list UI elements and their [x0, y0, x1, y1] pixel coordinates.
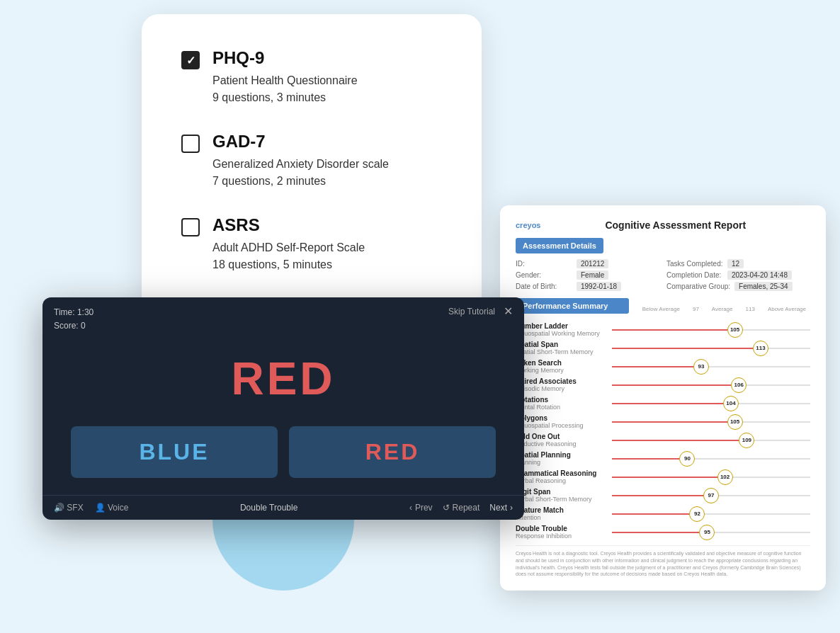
game-button-blue[interactable]: BLUE — [71, 426, 278, 478]
perf-row: Digit Span Verbal Short-Term Memory 97 — [516, 488, 810, 503]
scale-97: 97 — [693, 306, 699, 312]
questionnaire-item-phq9[interactable]: PHQ-9 Patient Health Questionnaire 9 que… — [181, 48, 442, 106]
game-word: RED — [231, 353, 335, 404]
asrs-desc2: 18 questions, 5 minutes — [212, 256, 365, 273]
sfx-control[interactable]: 🔊 SFX — [54, 503, 84, 513]
perf-row: Rotations Mental Rotation 104 — [516, 396, 810, 411]
asrs-title: ASRS — [212, 215, 365, 235]
perf-row: Token Search Working Memory 93 — [516, 359, 810, 374]
performance-summary-bar: Performance Summary — [516, 298, 629, 314]
perf-row: Odd One Out Deductive Reasoning 109 — [516, 433, 810, 447]
perf-bar-container: 113 — [612, 343, 810, 353]
perf-task-sub: Verbal Short-Term Memory — [516, 496, 608, 503]
skip-tutorial-button[interactable]: Skip Tutorial — [448, 307, 495, 316]
perf-score-bubble: 92 — [689, 506, 705, 522]
perf-row: Number Ladder Visuospatial Working Memor… — [516, 322, 810, 337]
perf-task-sub: Spatial Short-Term Memory — [516, 348, 608, 355]
game-buttons: BLUE RED — [42, 426, 524, 495]
assessment-details-bar: Assessment Details — [516, 238, 603, 253]
perf-task-sub: Visuospatial Working Memory — [516, 330, 608, 337]
perf-task-name: Digit Span — [516, 488, 608, 496]
questionnaire-item-gad7[interactable]: GAD-7 Generalized Anxiety Disorder scale… — [181, 132, 442, 190]
game-bottombar: 🔊 SFX 👤 Voice Double Trouble ‹ Prev ↺ Re… — [42, 495, 524, 520]
perf-task-name: Paired Associates — [516, 377, 608, 385]
perf-task-sub: Episodic Memory — [516, 385, 608, 392]
detail-value-gender: Female — [577, 270, 608, 280]
perf-score-bubble: 90 — [679, 451, 695, 467]
questionnaire-item-asrs[interactable]: ASRS Adult ADHD Self-Report Scale 18 que… — [181, 215, 442, 273]
perf-bar-fill — [612, 366, 701, 367]
game-navigation: ‹ Prev ↺ Repeat Next › — [409, 503, 513, 513]
perf-bar-fill — [612, 403, 731, 404]
perf-bar-container: 92 — [612, 509, 810, 519]
perf-task-sub: Visuospatial Processing — [516, 422, 608, 429]
perf-row: Feature Match Attention 92 — [516, 506, 810, 521]
close-button[interactable]: ✕ — [504, 306, 513, 317]
next-button[interactable]: Next › — [489, 503, 513, 513]
perf-task-name: Spatial Span — [516, 341, 608, 348]
game-button-red[interactable]: RED — [289, 426, 496, 478]
checkbox-phq9[interactable] — [181, 51, 200, 69]
perf-row: Polygons Visuospatial Processing 105 — [516, 414, 810, 429]
perf-bar-fill — [612, 440, 747, 441]
phq9-desc2: 9 questions, 3 minutes — [212, 89, 358, 106]
phq9-desc1: Patient Health Questionnaire — [212, 72, 358, 89]
perf-task-name: Number Ladder — [516, 322, 608, 330]
perf-score-bubble: 93 — [693, 359, 709, 375]
gad7-title: GAD-7 — [212, 132, 389, 152]
perf-task-sub: Mental Rotation — [516, 404, 608, 411]
perf-row: Grammatical Reasoning Verbal Reasoning 1… — [516, 469, 810, 484]
game-card: Time: 1:30 Score: 0 Skip Tutorial ✕ RED … — [42, 297, 524, 520]
perf-bar-container: 97 — [612, 491, 810, 501]
scale-below: Below Average — [642, 306, 680, 312]
report-card: creyos Cognitive Assessment Report Asses… — [500, 205, 826, 591]
perf-bar-container: 95 — [612, 528, 810, 537]
perf-task-sub: Attention — [516, 514, 608, 521]
perf-row: Double Trouble Response Inhibition 95 — [516, 525, 810, 540]
game-score: Score: 0 — [54, 319, 93, 333]
perf-score-bubble: 97 — [703, 488, 719, 503]
perf-task-name: Spatial Planning — [516, 451, 608, 459]
perf-bar-container: 109 — [612, 435, 810, 445]
questionnaire-card: PHQ-9 Patient Health Questionnaire 9 que… — [142, 14, 482, 313]
perf-bar-container: 90 — [612, 454, 810, 464]
perf-score-bubble: 105 — [727, 414, 743, 430]
perf-bar-fill — [612, 329, 735, 331]
details-grid: ID:201212 Tasks Completed:12 Gender:Fema… — [516, 259, 810, 291]
detail-label-gender: Gender: — [516, 271, 572, 279]
gad7-desc2: 7 questions, 2 minutes — [212, 173, 389, 190]
scale-avg: Average — [712, 306, 733, 312]
checkbox-asrs[interactable] — [181, 218, 200, 236]
perf-task-sub: Response Inhibition — [516, 532, 608, 540]
scale-above: Above Average — [768, 306, 806, 312]
game-topbar: Time: 1:30 Score: 0 Skip Tutorial ✕ — [42, 297, 524, 338]
repeat-button[interactable]: ↺ Repeat — [443, 503, 480, 513]
perf-bar-container: 105 — [612, 325, 810, 335]
perf-task-name: Token Search — [516, 359, 608, 367]
perf-bar-container: 104 — [612, 399, 810, 409]
perf-score-bubble: 113 — [753, 341, 768, 356]
perf-score-bubble: 106 — [731, 377, 747, 393]
game-word-display: RED — [42, 338, 524, 426]
detail-label-tasks: Tasks Completed: — [666, 260, 723, 268]
report-footer: Creyos Health is not a diagnostic tool. … — [516, 545, 810, 578]
detail-label-group: Comparative Group: — [666, 283, 730, 290]
perf-task-sub: Deductive Reasoning — [516, 440, 608, 447]
perf-bar-fill — [612, 384, 739, 386]
perf-score-bubble: 102 — [717, 469, 733, 485]
detail-value-tasks: 12 — [727, 259, 744, 268]
detail-value-group: Females, 25-34 — [734, 282, 792, 291]
perf-task-name: Polygons — [516, 414, 608, 422]
voice-control[interactable]: 👤 Voice — [95, 503, 129, 513]
game-name: Double Trouble — [140, 503, 398, 513]
perf-bar-fill — [612, 458, 687, 460]
perf-task-name: Grammatical Reasoning — [516, 469, 608, 477]
detail-label-completion: Completion Date: — [666, 271, 723, 279]
scale-113: 113 — [746, 306, 755, 312]
perf-score-bubble: 105 — [727, 322, 743, 338]
perf-task-sub: Working Memory — [516, 367, 608, 374]
checkbox-gad7[interactable] — [181, 135, 200, 153]
prev-button[interactable]: ‹ Prev — [409, 503, 433, 513]
perf-row: Paired Associates Episodic Memory 106 — [516, 377, 810, 392]
perf-bar-container: 102 — [612, 472, 810, 482]
